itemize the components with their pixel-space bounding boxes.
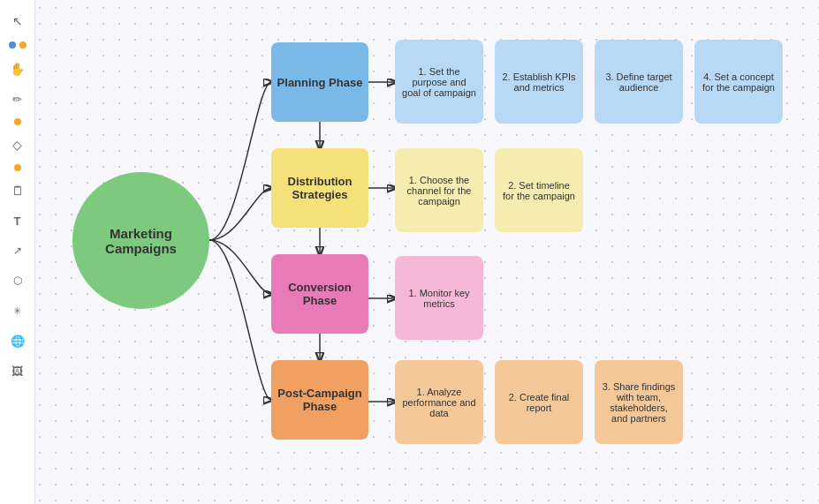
phase-planning-label: Planning Phase [277, 76, 363, 89]
pen-icon[interactable]: ✏ [5, 87, 30, 111]
image-icon[interactable]: 🖼 [5, 358, 30, 383]
center-node-label: Marketing Campaigns [72, 226, 209, 256]
network-icon[interactable]: ⬡ [5, 268, 30, 293]
sub-planning-2[interactable]: 2. Establish KPIs and metrics [495, 40, 583, 124]
sub-post-1[interactable]: 1. Analyze performance and data [395, 360, 483, 444]
sub-planning-4-label: 4. Set a concept for the campaign [701, 71, 776, 93]
note-icon[interactable]: 🗒 [5, 178, 30, 203]
sub-distribution-1-label: 1. Choose the channel for the campaign [402, 175, 476, 207]
sub-planning-1-label: 1. Set the purpose and goal of campaign [402, 66, 476, 98]
cursor-icon[interactable]: ↖ [5, 9, 30, 34]
sub-conversion-1-label: 1. Monitor key metrics [402, 288, 476, 309]
orange-dot3 [14, 164, 21, 171]
sub-distribution-1[interactable]: 1. Choose the channel for the campaign [395, 148, 483, 232]
sub-post-3[interactable]: 3. Share findings with team, stakeholder… [595, 360, 683, 444]
sub-distribution-2-label: 2. Set timeline for the campaign [502, 180, 576, 201]
sub-planning-3-label: 3. Define target audience [602, 71, 676, 93]
shape-icon[interactable]: ◇ [5, 132, 30, 157]
phase-conversion-box[interactable]: Conversion Phase [271, 254, 368, 334]
phase-post-label: Post-Campaign Phase [271, 387, 368, 413]
phase-distribution-box[interactable]: Distribution Strategies [271, 148, 368, 228]
sub-planning-4[interactable]: 4. Set a concept for the campaign [694, 40, 783, 124]
text-icon[interactable]: T [5, 208, 30, 233]
orange-dot2 [14, 118, 21, 125]
left-toolbar: ↖ ✋ ✏ ◇ 🗒 T ↗ ⬡ ✳ 🌐 🖼 [0, 0, 35, 504]
sub-distribution-2[interactable]: 2. Set timeline for the campaign [495, 148, 583, 232]
hand-icon[interactable]: ✋ [5, 56, 30, 81]
phase-post-box[interactable]: Post-Campaign Phase [271, 360, 368, 440]
sub-post-2[interactable]: 2. Create final report [495, 360, 583, 444]
center-node[interactable]: Marketing Campaigns [72, 172, 209, 309]
sub-post-2-label: 2. Create final report [502, 392, 576, 413]
globe-icon[interactable]: 🌐 [5, 328, 30, 353]
sub-planning-1[interactable]: 1. Set the purpose and goal of campaign [395, 40, 483, 124]
sub-planning-3[interactable]: 3. Define target audience [595, 40, 683, 124]
sub-conversion-1[interactable]: 1. Monitor key metrics [395, 256, 483, 340]
phase-planning-box[interactable]: Planning Phase [271, 42, 368, 122]
plugin-icon[interactable]: ✳ [5, 298, 30, 323]
sub-post-3-label: 3. Share findings with team, stakeholder… [602, 381, 676, 424]
canvas: Marketing Campaigns Planning Phase Distr… [35, 0, 819, 504]
sub-post-1-label: 1. Analyze performance and data [402, 387, 476, 418]
phase-distribution-label: Distribution Strategies [271, 175, 368, 201]
blue-dot [9, 41, 16, 49]
sub-planning-2-label: 2. Establish KPIs and metrics [502, 71, 576, 93]
phase-conversion-label: Conversion Phase [271, 281, 368, 307]
connector-icon[interactable]: ↗ [5, 238, 30, 263]
orange-dot [19, 41, 27, 49]
